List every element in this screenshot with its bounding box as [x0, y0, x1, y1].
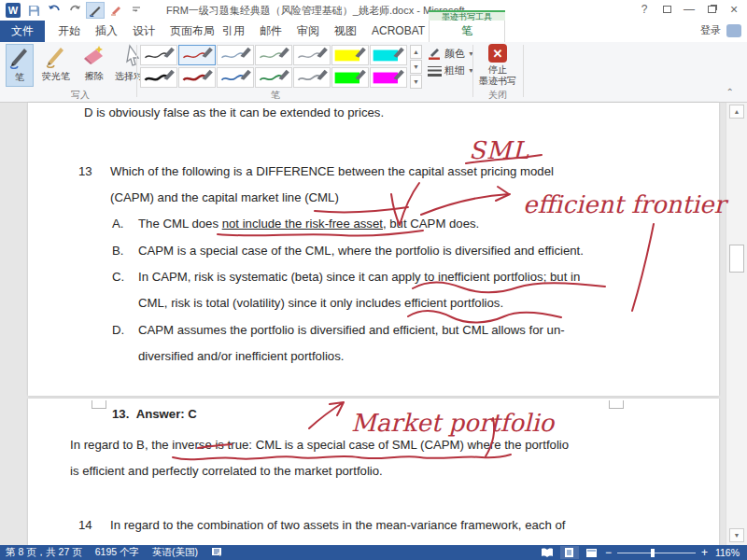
- ribbon-tab-row: 文件 开始 插入 设计 页面布局 引用 邮件 审阅 视图 ACROBAT 笔 登…: [0, 21, 747, 42]
- option-d-line2: diversified and/or inefficient portfolio…: [138, 349, 344, 363]
- thickness-lines-icon: [428, 65, 442, 77]
- help-button[interactable]: ?: [633, 0, 655, 19]
- ink-tools-context-label: 墨迹书写工具: [429, 10, 505, 21]
- option-d-label: D.: [112, 323, 124, 337]
- tab-view[interactable]: 视图: [325, 21, 366, 42]
- save-button[interactable]: [24, 2, 43, 19]
- status-bar: 第 8 页，共 27 页 6195 个字 英语(美国) − + 116%: [0, 545, 747, 560]
- tab-references[interactable]: 引用: [213, 21, 254, 42]
- redo-button[interactable]: [65, 2, 84, 19]
- gallery-more-button[interactable]: ▼: [410, 75, 422, 89]
- pen-icon: [8, 45, 31, 69]
- pen-style-tile[interactable]: [140, 45, 177, 65]
- page-indicator[interactable]: 第 8 页，共 27 页: [6, 546, 82, 559]
- document-canvas[interactable]: D is obviously false as the it can be ex…: [0, 103, 747, 545]
- pen-group-label: 笔: [238, 89, 313, 102]
- question-14-line1: In regard to the combination of two asse…: [110, 518, 565, 532]
- close-button[interactable]: ×: [723, 0, 745, 19]
- web-layout-view-button[interactable]: [583, 546, 601, 559]
- margin-crop-mark: [609, 400, 624, 409]
- pen-style-tile[interactable]: [255, 67, 292, 88]
- tab-mailings[interactable]: 邮件: [250, 21, 291, 42]
- collapse-ribbon-button[interactable]: ⌃: [726, 87, 734, 97]
- ribbon-display-options-button[interactable]: [655, 0, 678, 19]
- pen-style-tile[interactable]: [255, 45, 292, 65]
- ribbon-pen-panel: 笔 荧光笔 擦除 选择对象 写入 ▲ ▼ ▼ 颜色▼ 粗细▼ 笔 ✕ 停止墨迹书: [0, 42, 747, 103]
- pen-style-tile[interactable]: [217, 67, 254, 88]
- pen-style-tile[interactable]: [293, 67, 331, 88]
- gallery-scroll-down-button[interactable]: ▼: [410, 60, 422, 74]
- option-c-line2: CML, risk is total (volatility) since it…: [138, 296, 503, 310]
- color-pen-icon: [428, 48, 442, 60]
- option-a-label: A.: [112, 217, 123, 231]
- vertical-scrollbar[interactable]: ▲ ▼: [726, 103, 747, 545]
- highlighter-icon: [45, 44, 67, 68]
- doc-line: D is obviously false as the it can be ex…: [84, 105, 384, 119]
- account-avatar-icon[interactable]: [726, 24, 741, 37]
- highlighter-style-tile[interactable]: [370, 45, 407, 65]
- ink-color-button[interactable]: 颜色▼: [428, 47, 474, 61]
- option-b-text: CAPM is a special case of the CML, where…: [138, 244, 584, 258]
- scroll-down-button[interactable]: ▼: [729, 528, 744, 542]
- option-b-label: B.: [112, 244, 123, 258]
- pen-style-tile[interactable]: [178, 67, 216, 88]
- highlighter-style-tile[interactable]: [331, 45, 369, 65]
- highlighter-style-tile[interactable]: [331, 67, 369, 88]
- zoom-in-button[interactable]: +: [701, 546, 708, 559]
- quick-access-toolbar: W: [4, 2, 148, 19]
- word-app-icon: W: [4, 2, 22, 19]
- write-group-label: 写入: [43, 89, 118, 102]
- ink-pen-toggle[interactable]: [86, 2, 105, 19]
- option-a-text: The CML does not include the risk-free a…: [138, 217, 479, 231]
- tab-acrobat[interactable]: ACROBAT: [362, 21, 434, 42]
- pen-style-tile[interactable]: [293, 45, 331, 65]
- option-c-line1: In CAPM, risk is systematic (beta) since…: [138, 270, 580, 284]
- tab-insert[interactable]: 插入: [86, 21, 127, 42]
- tab-home[interactable]: 开始: [49, 21, 90, 42]
- zoom-out-button[interactable]: −: [605, 546, 612, 559]
- highlighter-style-tile[interactable]: [370, 67, 407, 88]
- tab-design[interactable]: 设计: [123, 21, 164, 42]
- eraser-tool-button[interactable]: 擦除: [78, 44, 110, 87]
- language-indicator[interactable]: 英语(美国): [152, 546, 198, 559]
- zoom-slider-thumb[interactable]: [651, 549, 655, 557]
- option-d-line1: CAPM assumes the portfolio is diversifie…: [138, 323, 565, 337]
- eraser-icon: [82, 44, 106, 68]
- question-13-line1: Which of the following is a DIFFERENCE b…: [110, 164, 554, 178]
- pen-style-tile[interactable]: [140, 67, 177, 88]
- title-bar: W FRM一级习题集经典题（风险管理基础）_姚老师.docx - Microso…: [0, 0, 747, 21]
- stop-inking-icon: ✕: [488, 44, 507, 63]
- word-count[interactable]: 6195 个字: [95, 546, 139, 559]
- sign-in-link[interactable]: 登录: [700, 23, 721, 37]
- zoom-slider[interactable]: [617, 553, 696, 553]
- answer-heading: 13. Answer: C: [112, 407, 197, 421]
- print-layout-view-button[interactable]: [560, 546, 579, 559]
- tab-pen-active[interactable]: 笔: [429, 21, 505, 42]
- zoom-level[interactable]: 116%: [715, 547, 740, 558]
- margin-crop-mark: [92, 400, 106, 409]
- minimize-button[interactable]: —: [678, 0, 700, 19]
- undo-button[interactable]: [45, 2, 63, 19]
- answer-line2: is efficient and perfectly correlated to…: [70, 464, 383, 478]
- pen-tool-button[interactable]: 笔: [6, 44, 34, 87]
- gallery-scroll-up-button[interactable]: ▲: [410, 45, 422, 59]
- tab-review[interactable]: 审阅: [288, 21, 329, 42]
- answer-line1: In regard to B, the inverse is true: CML…: [70, 438, 569, 452]
- close-group-label: 关闭: [460, 89, 535, 102]
- question-14-number: 14: [78, 518, 92, 532]
- pen-style-tile[interactable]: [217, 45, 254, 65]
- highlighter-quick-icon[interactable]: [106, 2, 125, 19]
- ink-thickness-button[interactable]: 粗细▼: [428, 63, 474, 77]
- scroll-up-button[interactable]: ▲: [729, 105, 744, 119]
- question-13-number: 13: [78, 164, 92, 178]
- proofing-status-icon[interactable]: [211, 547, 222, 559]
- restore-button[interactable]: [700, 0, 723, 19]
- option-c-label: C.: [112, 270, 124, 284]
- qat-customize-button[interactable]: [127, 2, 146, 19]
- scrollbar-thumb[interactable]: [729, 245, 744, 273]
- highlighter-tool-button[interactable]: 荧光笔: [35, 44, 77, 87]
- stop-inking-button[interactable]: ✕ 停止墨迹书写: [476, 44, 519, 92]
- tab-file[interactable]: 文件: [0, 21, 45, 42]
- read-mode-view-button[interactable]: [538, 546, 557, 559]
- pen-style-tile-selected[interactable]: [178, 45, 216, 65]
